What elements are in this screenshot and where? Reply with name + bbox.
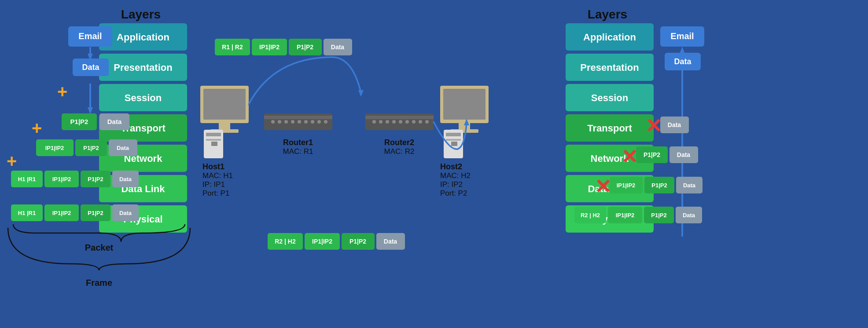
router2-label: Router2 [384, 138, 414, 147]
svg-rect-51 [365, 116, 434, 119]
svg-rect-36 [206, 133, 221, 136]
svg-point-57 [405, 120, 409, 124]
svg-rect-40 [264, 116, 332, 119]
svg-rect-38 [211, 142, 217, 146]
svg-rect-33 [219, 122, 230, 130]
right-data-button[interactable]: Data [674, 57, 691, 66]
red-x-network: ✕ [621, 146, 638, 168]
network-ip1ip2: IP1|IP2 [45, 145, 64, 151]
packet-label: Packet [85, 243, 114, 252]
host1-label: Host1 [202, 162, 224, 171]
svg-rect-32 [203, 89, 246, 120]
svg-point-45 [298, 120, 301, 124]
host2-mac: MAC: H2 [440, 171, 471, 180]
svg-rect-37 [206, 139, 221, 141]
svg-point-49 [324, 120, 327, 124]
physical-h1r1: H1 |R1 [18, 210, 36, 216]
right-layer-transport: Transport [587, 123, 632, 134]
top-p1p2: P1|P2 [297, 44, 313, 51]
right-network-p1p2: P1|P2 [644, 151, 660, 158]
top-r1r2: R1 | R2 [222, 44, 243, 51]
right-layer-presentation: Presentation [580, 62, 639, 73]
svg-point-48 [317, 120, 321, 124]
plus-sign-3: + [7, 151, 17, 171]
left-layers-title: Layers [121, 7, 161, 21]
transport-p1p2: P1|P2 [70, 118, 88, 125]
left-layer-presentation: Presentation [114, 62, 172, 73]
host1-mac: MAC: H1 [202, 171, 233, 180]
right-physical-r2h2: R2 | H2 [581, 212, 600, 219]
top-ip1ip2: IP1|IP2 [259, 44, 280, 51]
router2-mac: MAC: R2 [384, 147, 415, 156]
host2-port: Port: P2 [440, 189, 467, 197]
svg-point-58 [412, 120, 416, 124]
right-layer-application: Application [583, 32, 636, 43]
datalink-data: Data [119, 176, 132, 182]
svg-point-46 [304, 120, 308, 124]
red-x-transport: ✕ [645, 115, 662, 137]
plus-sign-2: + [32, 118, 42, 138]
svg-rect-67 [446, 139, 461, 141]
svg-point-55 [392, 120, 396, 124]
physical-p1p2: P1|P2 [88, 210, 103, 216]
svg-point-42 [278, 120, 281, 124]
left-layer-session: Session [125, 92, 162, 103]
frame-label: Frame [86, 278, 112, 288]
right-physical-ip1ip2: IP1|IP2 [616, 212, 635, 219]
svg-point-43 [284, 120, 288, 124]
bot-ip1ip2: IP1|IP2 [312, 238, 332, 245]
bot-r2h2: R2 | H2 [275, 238, 296, 245]
svg-point-56 [399, 120, 402, 124]
svg-rect-66 [446, 133, 461, 136]
left-email-button[interactable]: Email [78, 31, 102, 41]
network-data: Data [117, 145, 129, 151]
svg-rect-62 [443, 89, 485, 120]
red-x-datalink: ✕ [595, 175, 611, 198]
svg-point-60 [425, 120, 429, 124]
transport-data: Data [107, 118, 122, 125]
svg-point-41 [271, 120, 275, 124]
svg-rect-68 [451, 142, 457, 146]
physical-data: Data [119, 210, 132, 216]
router1-mac: MAC: R1 [283, 147, 313, 156]
right-physical-p1p2: P1|P2 [651, 212, 666, 219]
right-datalink-p1p2: P1|P2 [651, 182, 667, 189]
right-transport-data: Data [668, 121, 681, 128]
host2-label: Host2 [440, 162, 462, 171]
right-layers-title: Layers [588, 7, 627, 21]
top-data: Data [331, 44, 345, 51]
svg-point-52 [372, 120, 376, 124]
router1-label: Router1 [283, 138, 313, 147]
network-p1p2: P1|P2 [83, 145, 99, 151]
bot-p1p2: P1|P2 [349, 238, 366, 245]
svg-point-54 [386, 120, 389, 124]
right-datalink-ip1ip2: IP1|IP2 [617, 182, 636, 189]
right-datalink-data: Data [683, 182, 696, 189]
svg-point-44 [291, 120, 294, 124]
datalink-ip1ip2: IP1|IP2 [52, 176, 71, 182]
right-physical-data: Data [683, 212, 695, 219]
bot-data: Data [384, 238, 397, 245]
host1-ip: IP: IP1 [202, 180, 225, 189]
right-network-data: Data [677, 151, 691, 158]
host2-ip: IP: IP2 [440, 180, 463, 189]
datalink-p1p2: P1|P2 [88, 176, 103, 182]
physical-ip1ip2: IP1|IP2 [52, 210, 71, 216]
left-layer-application: Application [117, 32, 169, 43]
right-layer-session: Session [591, 92, 628, 103]
host1-port: Port: P1 [202, 189, 229, 197]
svg-point-47 [311, 120, 314, 124]
left-data-button-1[interactable]: Data [82, 63, 99, 72]
right-email-button[interactable]: Email [670, 31, 694, 41]
datalink-h1r1: H1 |R1 [18, 176, 36, 182]
svg-point-59 [419, 120, 422, 124]
plus-sign-1: + [57, 82, 67, 101]
svg-point-53 [379, 120, 383, 124]
